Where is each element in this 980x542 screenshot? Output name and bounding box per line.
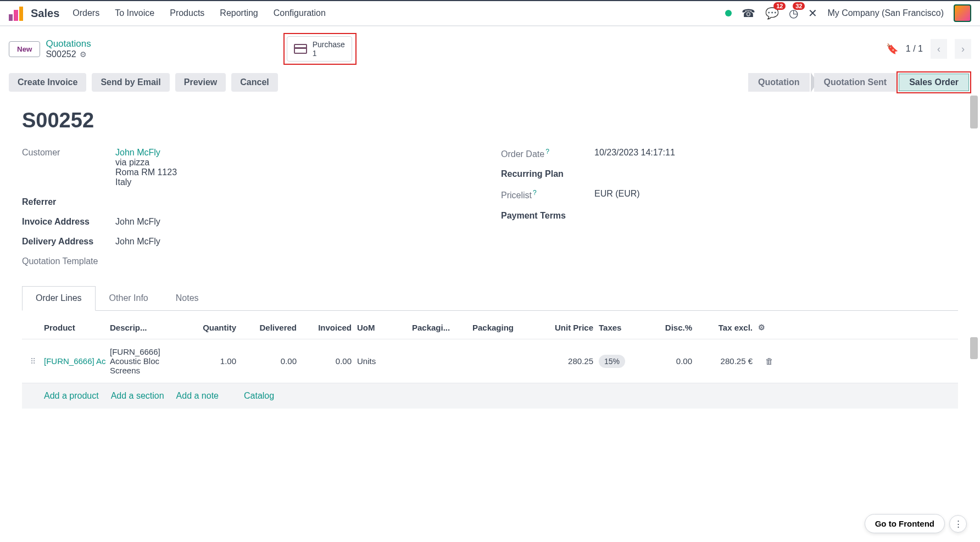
th-packaging-qty[interactable]: Packagi... bbox=[412, 323, 472, 332]
row-uom[interactable]: Units bbox=[357, 356, 412, 366]
row-tax-excl: 280.25 € bbox=[698, 356, 758, 366]
purchase-smart-button[interactable]: Purchase 1 bbox=[287, 36, 352, 62]
stage-quotation-sent[interactable]: Quotation Sent bbox=[814, 73, 897, 92]
preview-button[interactable]: Preview bbox=[175, 73, 226, 92]
tabs: Order Lines Other Info Notes bbox=[22, 286, 958, 311]
th-description[interactable]: Descrip... bbox=[110, 323, 187, 332]
record-title: S00252 bbox=[22, 109, 958, 132]
breadcrumb-current: S00252 bbox=[46, 49, 76, 59]
status-dot-icon bbox=[725, 10, 732, 16]
actionbar: Create Invoice Send by Email Preview Can… bbox=[0, 71, 980, 96]
invoice-address-value[interactable]: John McFly bbox=[115, 217, 160, 227]
subheader: New Quotations S00252 ⚙ Purchase 1 🔖 1 /… bbox=[0, 26, 980, 71]
invoice-address-label: Invoice Address bbox=[22, 217, 115, 227]
pager-prev-button[interactable]: ‹ bbox=[931, 39, 947, 59]
stage-active-highlight: Sales Order bbox=[897, 71, 971, 93]
scrollbar-thumb[interactable] bbox=[970, 96, 978, 128]
tab-notes[interactable]: Notes bbox=[162, 286, 213, 310]
delivery-address-value[interactable]: John McFly bbox=[115, 237, 160, 247]
clock-icon[interactable]: ◷32 bbox=[789, 7, 798, 20]
bookmark-icon[interactable]: 🔖 bbox=[886, 43, 898, 55]
row-unit-price[interactable]: 280.25 bbox=[533, 356, 599, 366]
company-name[interactable]: My Company (San Francisco) bbox=[827, 8, 944, 18]
help-icon-2[interactable]: ? bbox=[533, 189, 537, 197]
help-icon[interactable]: ? bbox=[545, 148, 549, 155]
pricelist-value[interactable]: EUR (EUR) bbox=[594, 189, 640, 199]
th-tax-excl[interactable]: Tax excl. bbox=[698, 323, 758, 332]
cancel-button[interactable]: Cancel bbox=[231, 73, 277, 92]
smart-button-count: 1 bbox=[313, 49, 345, 58]
order-date-value[interactable]: 10/23/2023 14:17:11 bbox=[594, 148, 675, 158]
chat-badge: 12 bbox=[773, 2, 786, 10]
nav-products[interactable]: Products bbox=[170, 8, 204, 18]
app-name[interactable]: Sales bbox=[31, 7, 59, 20]
send-email-button[interactable]: Send by Email bbox=[92, 73, 169, 92]
nav-reporting[interactable]: Reporting bbox=[220, 8, 258, 18]
customer-label: Customer bbox=[22, 148, 115, 158]
th-product[interactable]: Product bbox=[44, 323, 110, 332]
table-settings-icon[interactable]: ⚙ bbox=[758, 323, 780, 332]
address-line-2: Roma RM 1123 bbox=[115, 167, 177, 177]
catalog-link[interactable]: Catalog bbox=[244, 391, 274, 401]
pager-text: 1 / 1 bbox=[906, 44, 923, 54]
nav-to-invoice[interactable]: To Invoice bbox=[115, 8, 154, 18]
stage-quotation[interactable]: Quotation bbox=[748, 73, 810, 92]
user-avatar[interactable] bbox=[954, 4, 971, 22]
credit-card-icon bbox=[294, 44, 307, 54]
quotation-template-label: Quotation Template bbox=[22, 256, 115, 266]
tab-other-info[interactable]: Other Info bbox=[96, 286, 162, 310]
smart-button-label: Purchase bbox=[313, 40, 345, 49]
tab-order-lines[interactable]: Order Lines bbox=[22, 286, 96, 311]
new-button[interactable]: New bbox=[9, 41, 40, 57]
row-taxes[interactable]: 15% bbox=[599, 355, 625, 368]
add-note-link[interactable]: Add a note bbox=[176, 391, 219, 401]
row-product[interactable]: [FURN_6666] Ac bbox=[44, 356, 110, 366]
th-taxes[interactable]: Taxes bbox=[599, 323, 643, 332]
th-disc[interactable]: Disc.% bbox=[643, 323, 698, 332]
nav-orders[interactable]: Orders bbox=[73, 8, 99, 18]
address-line-3: Italy bbox=[115, 177, 177, 187]
row-description[interactable]: [FURN_6666] Acoustic Bloc Screens bbox=[110, 347, 187, 375]
tools-icon[interactable]: ✕ bbox=[808, 7, 817, 20]
stage-sales-order[interactable]: Sales Order bbox=[899, 74, 969, 91]
scrollbar-thumb-2[interactable] bbox=[970, 337, 978, 359]
add-row: Add a product Add a section Add a note C… bbox=[22, 383, 958, 409]
th-uom[interactable]: UoM bbox=[357, 323, 412, 332]
delete-row-icon[interactable]: 🗑 bbox=[758, 356, 780, 366]
gear-icon[interactable]: ⚙ bbox=[80, 50, 87, 59]
nav-configuration[interactable]: Configuration bbox=[274, 8, 326, 18]
delivery-address-label: Delivery Address bbox=[22, 237, 115, 247]
th-invoiced[interactable]: Invoiced bbox=[302, 323, 357, 332]
th-packaging[interactable]: Packaging bbox=[472, 323, 533, 332]
row-delivered[interactable]: 0.00 bbox=[242, 356, 302, 366]
order-date-label: Order Date? bbox=[501, 148, 594, 159]
row-disc[interactable]: 0.00 bbox=[643, 356, 698, 366]
status-bar: Quotation Quotation Sent Sales Order bbox=[748, 71, 971, 93]
recurring-plan-label: Recurring Plan bbox=[501, 169, 594, 179]
row-invoiced[interactable]: 0.00 bbox=[302, 356, 357, 366]
address-line-1: via pizza bbox=[115, 158, 177, 167]
pricelist-label: Pricelist? bbox=[501, 189, 594, 200]
create-invoice-button[interactable]: Create Invoice bbox=[9, 73, 86, 92]
table-row: ⠿ [FURN_6666] Ac [FURN_6666] Acoustic Bl… bbox=[22, 339, 958, 383]
drag-handle-icon[interactable]: ⠿ bbox=[22, 357, 44, 366]
phone-icon[interactable]: ☎ bbox=[742, 7, 755, 20]
pager-next-button[interactable]: › bbox=[955, 39, 971, 59]
add-section-link[interactable]: Add a section bbox=[111, 391, 164, 401]
th-delivered[interactable]: Delivered bbox=[242, 323, 302, 332]
order-lines-table: Product Descrip... Quantity Delivered In… bbox=[22, 316, 958, 409]
th-quantity[interactable]: Quantity bbox=[187, 323, 242, 332]
breadcrumb-parent[interactable]: Quotations bbox=[46, 38, 91, 49]
referrer-label: Referrer bbox=[22, 197, 115, 207]
customer-value[interactable]: John McFly bbox=[115, 148, 160, 157]
payment-terms-label: Payment Terms bbox=[501, 211, 594, 221]
chat-icon[interactable]: 💬12 bbox=[765, 7, 779, 20]
add-product-link[interactable]: Add a product bbox=[44, 391, 99, 401]
th-unit-price[interactable]: Unit Price bbox=[533, 323, 599, 332]
row-quantity[interactable]: 1.00 bbox=[187, 356, 242, 366]
clock-badge: 32 bbox=[793, 2, 805, 10]
form-content: S00252 Customer John McFly via pizza Rom… bbox=[0, 96, 980, 422]
smart-button-highlight: Purchase 1 bbox=[283, 33, 357, 65]
topbar: Sales Orders To Invoice Products Reporti… bbox=[0, 0, 980, 26]
app-logo-icon bbox=[9, 5, 24, 21]
